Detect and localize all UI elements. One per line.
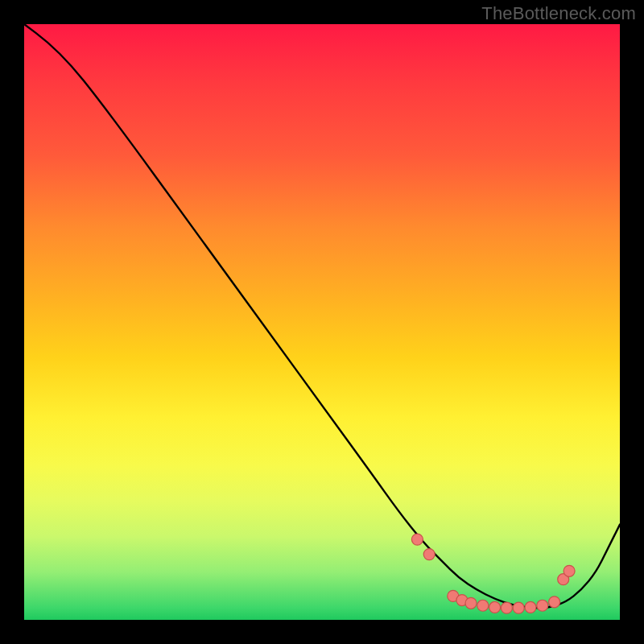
- curve-marker: [564, 565, 575, 576]
- curve-marker: [525, 601, 536, 613]
- marker-group: [411, 534, 575, 613]
- curve-marker: [477, 600, 489, 611]
- curve-marker: [513, 602, 524, 613]
- curve-marker: [465, 597, 477, 609]
- watermark-text: TheBottleneck.com: [481, 3, 636, 24]
- curve-marker: [423, 549, 435, 560]
- bottleneck-curve: [24, 24, 620, 608]
- curve-marker: [501, 602, 512, 613]
- curve-svg: [24, 24, 620, 620]
- curve-marker: [537, 600, 548, 611]
- chart-frame: TheBottleneck.com: [0, 0, 644, 644]
- curve-marker: [489, 601, 501, 613]
- curve-marker: [549, 597, 560, 608]
- plot-area: [24, 24, 620, 620]
- curve-marker: [411, 534, 423, 545]
